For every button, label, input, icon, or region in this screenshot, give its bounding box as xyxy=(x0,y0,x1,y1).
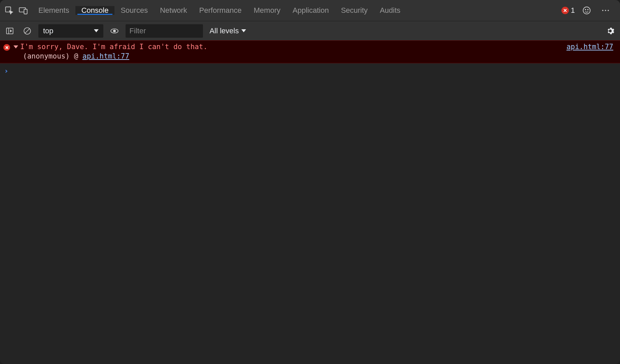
error-stack-row: (anonymous) @ api.html:77 xyxy=(3,52,613,60)
device-toolbar-icon[interactable] xyxy=(16,3,30,17)
error-message-text: I'm sorry, Dave. I'm afraid I can't do t… xyxy=(20,43,207,51)
svg-point-4 xyxy=(585,9,586,10)
tab-security[interactable]: Security xyxy=(335,6,374,15)
svg-rect-2 xyxy=(24,9,27,14)
tab-label: Audits xyxy=(380,6,400,15)
tabbar-left-group: Elements Console Sources Network Perform… xyxy=(2,0,407,21)
expand-triangle-icon[interactable] xyxy=(13,45,18,48)
tab-audits[interactable]: Audits xyxy=(374,6,406,15)
svg-point-3 xyxy=(583,7,590,14)
context-value: top xyxy=(43,27,54,35)
svg-point-8 xyxy=(608,10,609,11)
tab-sources[interactable]: Sources xyxy=(114,6,154,15)
devtools-window: Elements Console Sources Network Perform… xyxy=(0,0,620,364)
console-settings-icon[interactable] xyxy=(604,25,617,37)
tab-application[interactable]: Application xyxy=(286,6,335,15)
inspect-element-icon[interactable] xyxy=(2,3,16,17)
tab-label: Application xyxy=(292,6,329,15)
tab-console[interactable]: Console xyxy=(75,6,115,15)
feedback-smiley-icon[interactable] xyxy=(580,3,594,17)
tab-memory[interactable]: Memory xyxy=(248,6,286,15)
svg-point-6 xyxy=(602,10,604,11)
tab-elements[interactable]: Elements xyxy=(32,6,75,15)
tab-label: Memory xyxy=(254,6,280,15)
clear-console-icon[interactable] xyxy=(21,25,34,37)
error-source-link[interactable]: api.html:77 xyxy=(566,43,613,51)
stack-frame-link[interactable]: api.html:77 xyxy=(82,52,129,60)
svg-point-7 xyxy=(605,10,606,11)
execution-context-select[interactable]: top xyxy=(38,24,103,38)
levels-label: All levels xyxy=(210,27,239,35)
svg-line-12 xyxy=(25,29,30,33)
tab-label: Network xyxy=(160,6,187,15)
tab-label: Sources xyxy=(120,6,148,15)
panel-tabbar: Elements Console Sources Network Perform… xyxy=(0,0,620,21)
tab-network[interactable]: Network xyxy=(154,6,193,15)
tab-label: Console xyxy=(81,6,109,15)
error-dot-icon xyxy=(561,7,569,14)
panel-tabs: Elements Console Sources Network Perform… xyxy=(32,6,407,15)
tab-label: Performance xyxy=(199,6,242,15)
tabbar-right-group: 1 xyxy=(561,0,617,21)
error-icon xyxy=(3,44,10,51)
error-message-row: I'm sorry, Dave. I'm afraid I can't do t… xyxy=(3,43,613,51)
stack-frame-prefix: (anonymous) @ xyxy=(23,52,82,60)
tab-performance[interactable]: Performance xyxy=(193,6,248,15)
log-levels-select[interactable]: All levels xyxy=(210,27,246,35)
dropdown-triangle-icon xyxy=(241,29,246,32)
more-menu-icon[interactable] xyxy=(598,3,613,17)
svg-point-5 xyxy=(588,9,588,10)
svg-point-14 xyxy=(113,30,115,32)
filter-input[interactable] xyxy=(126,24,203,38)
tab-label: Security xyxy=(341,6,368,15)
dropdown-triangle-icon xyxy=(94,29,99,32)
svg-rect-9 xyxy=(6,28,13,34)
live-expression-icon[interactable] xyxy=(108,25,121,37)
prompt-caret-icon: › xyxy=(4,67,8,75)
tab-label: Elements xyxy=(38,6,69,15)
toggle-sidebar-icon[interactable] xyxy=(3,25,16,37)
error-count-value: 1 xyxy=(571,6,575,15)
console-prompt[interactable]: › xyxy=(0,63,620,78)
console-output: I'm sorry, Dave. I'm afraid I can't do t… xyxy=(0,40,620,364)
console-error-entry: I'm sorry, Dave. I'm afraid I can't do t… xyxy=(0,40,620,63)
error-count-badge[interactable]: 1 xyxy=(561,6,575,15)
console-toolbar: top All levels xyxy=(0,21,620,40)
